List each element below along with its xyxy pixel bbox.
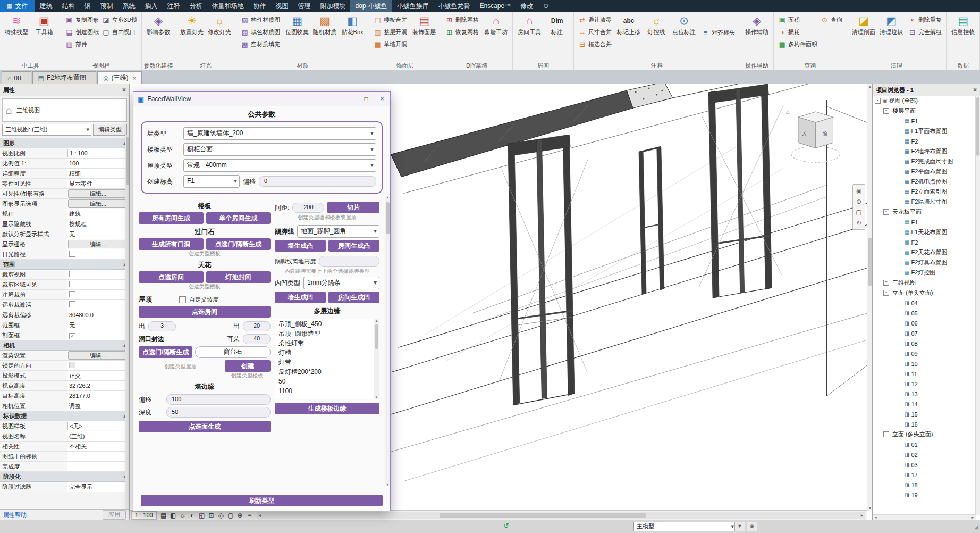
ribbon-tab[interactable]: 系统 [117,0,140,12]
property-value[interactable] [67,300,129,310]
temporary-hide-isolate-icon[interactable]: ◎ [216,512,226,519]
tree-item[interactable]: 03 [873,460,976,470]
section-header-identity[interactable]: 标识数据▴ [0,411,129,421]
property-value[interactable]: 32726.2 [67,381,129,390]
view-tab[interactable]: ▤ F2地坪布置图 [32,71,96,84]
ribbon-button[interactable]: ◈影响参数 [145,14,172,51]
displacement-icon[interactable]: ≡ [245,512,255,519]
ribbon-button[interactable]: ▦单墙开洞 [372,38,409,51]
property-value[interactable] [67,249,129,259]
ribbon-button[interactable]: ☼修改灯光 [206,14,233,51]
property-value[interactable]: 按规程 [67,219,129,229]
tree-item[interactable]: - 视图 (全部) [873,96,976,106]
reveal-hidden-elements-icon[interactable]: ▢ [226,512,235,519]
tree-item[interactable]: 04 [873,298,976,308]
ribbon-button[interactable]: ◪立剪3D锁 [100,14,139,26]
property-value[interactable]: 编辑... [68,351,128,360]
tree-item[interactable]: F1 [873,116,976,126]
ribbon-tab[interactable]: 修改 [516,0,538,12]
out-input-2[interactable]: 20 [243,321,271,331]
tree-item[interactable]: 14 [873,399,976,409]
depth-input[interactable]: 50 [166,407,271,418]
property-row[interactable]: 默认分析显示样式 无 [0,229,129,239]
ribbon-tab[interactable]: 钢 [79,0,95,12]
tree-item[interactable]: F2平面布置图 [873,166,976,177]
view-tab[interactable]: ⌂ 08 [2,71,31,84]
property-value[interactable] [67,452,129,461]
single-room-generate-button[interactable]: 单个房间生成 [206,212,271,224]
tree-expander[interactable]: - [883,290,889,296]
property-row[interactable]: 注释裁剪 [0,290,129,300]
ear-input[interactable]: 40 [243,334,271,344]
tree-item[interactable]: F2 [873,136,976,146]
tree-item[interactable]: 19 [873,490,976,500]
shadows-icon[interactable]: ◐ [188,512,197,519]
tree-item[interactable]: 15 [873,409,976,419]
property-row[interactable]: 规程 建筑 [0,209,129,219]
show-crop-region-icon[interactable]: ⊡ [207,512,216,519]
refresh-types-button[interactable]: 刷新类型 [141,495,383,506]
ribbon-button[interactable]: ☼灯控线 [643,14,670,51]
ribbon-button[interactable]: ⇄避让清零 [577,14,613,26]
tree-expander[interactable]: - [883,108,889,114]
property-value[interactable]: 不相关 [67,442,129,451]
viewcube[interactable]: 左 前 ⌂ [785,108,840,162]
tree-item[interactable]: 08 [873,338,976,348]
skirting-height-input[interactable] [319,256,379,266]
tree-item[interactable]: 01 [873,439,976,449]
level-dropdown[interactable]: F1 [183,175,240,188]
tree-item[interactable]: 10 [873,359,976,369]
tree-item[interactable]: F1天花布置图 [873,227,976,237]
tree-item[interactable]: 11 [873,369,976,379]
wall-convex-button[interactable]: 墙生成凸 [275,240,326,252]
room-concave-button[interactable]: 房间生成凹 [328,292,379,303]
ribbon-button[interactable]: ≡对齐标头 [699,14,737,51]
property-row[interactable]: 比例值 1: 100 [0,159,129,169]
property-value[interactable]: 精细 [67,169,129,178]
tree-item[interactable]: F2隔墙尺寸图 [873,197,976,207]
property-row[interactable]: 渲染设置 编辑... [0,351,129,361]
ribbon-tab[interactable]: 附加模块 [315,0,350,12]
edge-type-list[interactable]: 吊顶_侧板_450吊顶_圆形造型柔性灯带灯槽灯带反灯槽200*200501100… [275,319,379,399]
worksharing-display-icon[interactable]: ⊕ [235,512,245,519]
list-scrollbar[interactable]: ▲ ▼ [374,319,379,399]
tree-item[interactable]: 07 [873,328,976,338]
tree-item[interactable]: F2立面索引图 [873,187,976,197]
ribbon-tab[interactable]: 视图 [271,0,293,12]
pick-room-button[interactable]: 点选房间 [139,271,204,283]
property-row[interactable]: 视图比例 1 : 100 [0,148,129,159]
property-value[interactable]: 完全显示 [67,482,129,492]
browser-scrollbar[interactable] [975,96,980,515]
ribbon-button[interactable]: ▤装饰面层 [410,14,438,51]
tree-item[interactable]: 16 [873,419,976,429]
custom-slope-checkbox[interactable] [179,296,186,303]
ribbon-tab[interactable]: 预制 [95,0,117,12]
ribbon-button[interactable]: ▥整层开洞 [372,26,409,38]
editable-only-filter-icon[interactable]: ▼ [734,522,745,531]
edit-type-button[interactable]: 编辑类型 [93,124,127,136]
property-value[interactable]: 调整 [67,401,129,411]
steering-wheel-icon[interactable]: ◉ [856,186,861,196]
scroll-up-arrow[interactable]: ▲ [385,196,390,199]
tree-expander[interactable]: - [875,98,881,104]
section-header-extents[interactable]: 范围▴ [0,260,129,270]
modify-context-icon[interactable]: ⊙ [538,0,554,12]
visual-style-icon[interactable]: ◧ [168,512,178,519]
section-header-camera[interactable]: 相机▴ [0,340,129,351]
ribbon-tab[interactable]: 小鲅鱼族库 [392,0,433,12]
wall-type-dropdown[interactable]: 墙_原建筑墙体_200 [183,127,376,140]
room-convex-button[interactable]: 房间生成凸 [328,240,379,252]
list-item[interactable]: 吊顶_侧板_450 [275,319,379,329]
property-row[interactable]: 锁定的方向 [0,361,129,371]
property-row[interactable]: 零件可见性 显示零件 [0,179,129,189]
ribbon-button[interactable]: ▤楼板合并 [372,14,409,26]
list-item[interactable]: 灯槽 [275,348,379,357]
sun-path-icon[interactable]: ☼ [178,512,188,519]
ribbon-button[interactable]: ☀放置灯光 [178,14,206,51]
tree-item[interactable]: F1平面布置图 [873,126,976,136]
tree-item[interactable]: 06 [873,318,976,328]
active-workset-dropdown[interactable]: 主模型 [633,522,736,531]
tree-item[interactable]: F2完成面尺寸图 [873,156,976,166]
properties-help-link[interactable]: 属性帮助 [3,511,27,519]
property-row[interactable]: 远剪裁偏移 304800.0 [0,310,129,320]
